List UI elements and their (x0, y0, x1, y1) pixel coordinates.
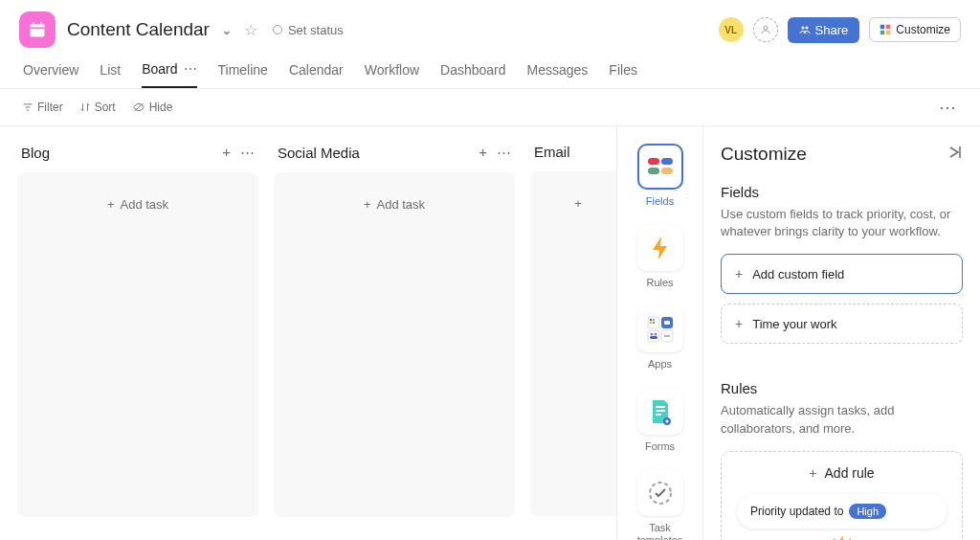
rules-icon (637, 225, 683, 271)
tab-board[interactable]: Board ⋯ (142, 56, 196, 88)
column-blog: Blog + ⋯ + Add task (17, 144, 258, 525)
tab-messages[interactable]: Messages (527, 56, 589, 88)
forms-icon (637, 389, 683, 435)
svg-rect-32 (656, 410, 665, 412)
svg-rect-33 (656, 414, 661, 416)
tab-dashboard[interactable]: Dashboard (440, 56, 506, 88)
tab-overview[interactable]: Overview (23, 56, 78, 88)
strip-task-templates[interactable]: Task templates (625, 470, 695, 540)
tab-board-more-icon[interactable]: ⋯ (184, 61, 197, 77)
toolbar-more-button[interactable]: ⋯ (939, 97, 957, 118)
column-add-icon[interactable]: + (479, 144, 487, 161)
add-task-button[interactable]: + Add task (281, 180, 507, 229)
customize-strip: Fields Rules Apps (616, 126, 702, 540)
svg-rect-7 (880, 25, 885, 30)
strip-label: Task templates (625, 522, 695, 540)
filter-button[interactable]: Filter (23, 101, 63, 114)
strip-forms[interactable]: Forms (637, 389, 683, 453)
add-rule-button[interactable]: + Add rule (737, 465, 947, 494)
hide-label: Hide (149, 101, 173, 114)
svg-point-5 (801, 27, 804, 30)
strip-label: Rules (646, 277, 673, 289)
project-icon (19, 11, 56, 48)
priority-badge: High (849, 504, 886, 519)
add-task-button[interactable]: + (538, 179, 616, 228)
svg-rect-19 (650, 322, 652, 324)
svg-rect-26 (650, 336, 657, 339)
fields-section-title: Fields (721, 184, 963, 200)
sort-button[interactable]: Sort (80, 101, 116, 114)
strip-fields[interactable]: Fields (637, 144, 683, 208)
add-task-label: Add task (377, 197, 426, 212)
panel-close-icon[interactable] (947, 145, 963, 164)
column-more-icon[interactable]: ⋯ (240, 144, 255, 161)
svg-rect-3 (31, 28, 45, 30)
strip-label: Fields (646, 195, 674, 208)
strip-label: Apps (648, 358, 672, 371)
share-button[interactable]: Share (788, 17, 860, 43)
strip-apps[interactable]: Apps (637, 306, 683, 371)
share-label: Share (815, 23, 849, 37)
plus-icon: + (364, 197, 371, 212)
column-title: Email (534, 144, 570, 160)
column-add-icon[interactable]: + (222, 144, 231, 161)
svg-point-29 (666, 335, 668, 337)
svg-point-30 (668, 335, 670, 337)
tab-list[interactable]: List (100, 56, 121, 88)
add-rule-label: Add rule (825, 465, 875, 481)
add-task-button[interactable]: + Add task (25, 180, 251, 229)
svg-rect-31 (656, 406, 665, 408)
svg-rect-1 (33, 22, 34, 26)
avatar[interactable]: VL (719, 17, 744, 42)
time-your-work-button[interactable]: + Time your work (721, 304, 963, 344)
tab-workflow[interactable]: Workflow (365, 56, 419, 88)
tab-timeline[interactable]: Timeline (218, 56, 268, 88)
customize-panel: Customize Fields Use custom fields to tr… (702, 126, 980, 540)
set-status-button[interactable]: Set status (273, 23, 344, 37)
fields-icon (637, 144, 683, 190)
tab-board-label: Board (142, 61, 177, 77)
column-more-icon[interactable]: ⋯ (497, 144, 511, 161)
plus-icon: + (735, 316, 743, 331)
time-your-work-label: Time your work (752, 317, 836, 331)
rule-example-prefix: Priority updated to (750, 505, 843, 518)
plus-icon: + (574, 196, 582, 211)
rules-section-title: Rules (721, 380, 963, 396)
strip-rules[interactable]: Rules (637, 225, 683, 289)
sparkle-icon (737, 536, 947, 540)
customize-button[interactable]: Customize (869, 17, 961, 42)
star-icon[interactable]: ☆ (244, 21, 257, 39)
column-email: Email + (530, 144, 616, 525)
rule-example[interactable]: Priority updated to High (737, 494, 947, 529)
sort-label: Sort (95, 101, 116, 114)
svg-rect-0 (31, 24, 45, 36)
panel-title: Customize (721, 144, 807, 165)
svg-rect-36 (666, 419, 668, 422)
add-member-button[interactable] (753, 17, 778, 42)
svg-rect-17 (650, 319, 652, 321)
svg-rect-10 (886, 31, 891, 35)
hide-button[interactable]: Hide (133, 101, 173, 114)
board: Blog + ⋯ + Add task Social Media + ⋯ (0, 126, 616, 540)
add-custom-field-button[interactable]: + Add custom field (721, 254, 963, 294)
filter-label: Filter (37, 101, 63, 114)
strip-label: Forms (645, 440, 675, 453)
tab-files[interactable]: Files (609, 56, 637, 88)
svg-point-6 (805, 27, 808, 30)
plus-icon: + (735, 266, 743, 281)
set-status-label: Set status (288, 23, 344, 37)
apps-icon (637, 306, 683, 352)
svg-rect-22 (664, 321, 670, 325)
tab-calendar[interactable]: Calendar (289, 56, 344, 88)
svg-rect-18 (653, 319, 655, 321)
tabs: Overview List Board ⋯ Timeline Calendar … (0, 56, 980, 89)
svg-rect-9 (880, 31, 885, 35)
svg-point-24 (650, 333, 653, 336)
svg-rect-12 (648, 158, 659, 165)
plus-icon: + (107, 197, 115, 212)
column-title: Social Media (278, 145, 360, 161)
column-title: Blog (21, 145, 50, 161)
svg-rect-14 (648, 168, 659, 174)
chevron-down-icon[interactable]: ⌄ (221, 22, 233, 37)
task-templates-icon (637, 470, 683, 516)
